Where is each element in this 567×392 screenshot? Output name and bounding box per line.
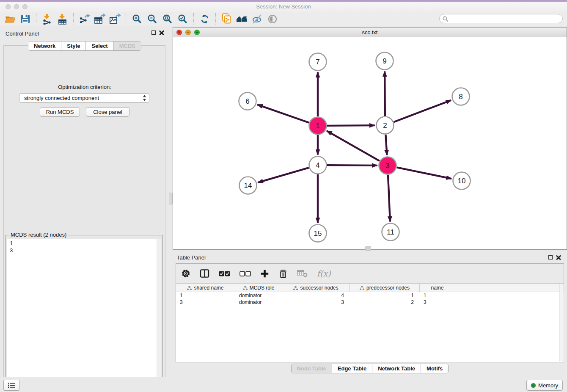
table-cell[interactable]: 1 (176, 292, 235, 299)
task-history-button[interactable] (3, 380, 19, 391)
mcds-result-text[interactable]: 1 3 (7, 239, 157, 392)
column-header-successor-nodes[interactable]: successor nodes (282, 284, 350, 292)
close-panel-button[interactable]: Close panel (86, 107, 129, 117)
delete-column-button[interactable] (278, 269, 288, 279)
svg-text:8: 8 (459, 93, 462, 101)
float-panel-icon[interactable] (151, 30, 156, 35)
select-all-button[interactable] (219, 271, 230, 276)
save-session-button[interactable] (18, 12, 33, 26)
table-panel: Table Panel (173, 252, 567, 377)
zoom-out-button[interactable] (145, 12, 160, 26)
table-tab-edge-table[interactable]: Edge Table (332, 364, 372, 373)
export-image-button[interactable] (107, 12, 123, 26)
edge-4-14[interactable] (258, 168, 309, 182)
node-15[interactable]: 15 (309, 225, 327, 242)
houses-icon (236, 14, 248, 24)
node-2[interactable]: 2 (377, 117, 394, 134)
column-header-shared-name[interactable]: shared name (176, 284, 235, 292)
float-panel-icon[interactable] (548, 255, 553, 259)
table-row[interactable]: 1dominator411 (176, 292, 564, 299)
edge-4-3[interactable] (327, 165, 377, 166)
node-7[interactable]: 7 (309, 53, 327, 71)
memory-button[interactable]: Memory (526, 380, 563, 391)
delete-table-button[interactable] (297, 269, 308, 278)
table-cell[interactable]: dominator (235, 299, 282, 306)
window-titlebar: Session: New Session (0, 2, 567, 12)
export-table-button[interactable] (92, 12, 107, 26)
window-resize-grip[interactable] (365, 246, 371, 251)
birdseye-button[interactable] (265, 12, 280, 26)
table-scrollbar[interactable] (559, 284, 563, 362)
edge-3-1[interactable] (327, 131, 380, 161)
result-scrollbar[interactable] (157, 239, 161, 392)
zoom-selected-button[interactable] (175, 12, 190, 26)
tab-network[interactable]: Network (28, 41, 61, 50)
tab-select[interactable]: Select (85, 41, 113, 50)
zoom-in-button[interactable] (129, 12, 145, 26)
tab-mcds[interactable]: MCDS (113, 41, 141, 50)
optimization-criterion-select[interactable]: strongly connected component (19, 93, 149, 103)
table-cell[interactable]: 1 (420, 292, 455, 299)
toggle-panes-button[interactable] (200, 269, 209, 278)
panel-divider-grip[interactable] (169, 193, 173, 204)
close-panel-icon[interactable] (556, 255, 561, 260)
column-header-predecessor-nodes[interactable]: predecessor nodes (350, 284, 420, 292)
edge-2-3[interactable] (385, 135, 387, 155)
node-3[interactable]: 3 (379, 157, 396, 174)
edge-3-10[interactable] (397, 167, 451, 179)
svg-text:7: 7 (316, 58, 319, 66)
edge-3-11[interactable] (388, 175, 390, 222)
table-cell[interactable]: 3 (420, 299, 455, 306)
refresh-button[interactable] (197, 12, 212, 26)
duplicate-network-button[interactable] (219, 12, 234, 26)
table-cell[interactable]: 3 (176, 299, 235, 306)
toolbar-separator (193, 13, 194, 25)
search-input[interactable] (450, 15, 562, 22)
column-header-MCDS-role[interactable]: MCDS role (235, 284, 282, 292)
open-session-button[interactable] (3, 12, 18, 26)
add-column-button[interactable] (260, 269, 269, 278)
network-window-titlebar[interactable]: × − + scc.txt (173, 28, 567, 37)
tab-style[interactable]: Style (61, 41, 85, 50)
table-tab-network-table[interactable]: Network Table (372, 364, 421, 373)
zoom-fit-button[interactable] (160, 12, 175, 26)
table-tab-motifs[interactable]: Motifs (421, 364, 448, 373)
table-settings-button[interactable] (181, 269, 190, 278)
node-1[interactable]: 1 (309, 117, 327, 135)
node-6[interactable]: 6 (239, 93, 256, 110)
table-cell[interactable]: 4 (282, 292, 350, 299)
node-10[interactable]: 10 (453, 172, 471, 190)
node-8[interactable]: 8 (452, 88, 470, 105)
export-network-button[interactable] (77, 12, 92, 26)
import-table-button[interactable] (55, 12, 70, 26)
deselect-all-button[interactable] (239, 271, 251, 276)
search-field[interactable] (439, 14, 563, 23)
node-4[interactable]: 4 (309, 157, 327, 174)
table-cell[interactable]: 1 (350, 292, 420, 299)
status-bar: Memory (0, 377, 567, 392)
node-9[interactable]: 9 (376, 52, 394, 70)
run-mcds-button[interactable]: Run MCDS (40, 107, 80, 117)
table-cell[interactable]: dominator (235, 292, 282, 299)
import-network-button[interactable] (40, 12, 55, 26)
optimization-criterion-value: strongly connected component (24, 95, 143, 101)
edge-2-9[interactable] (385, 71, 385, 116)
table-cell[interactable]: 3 (282, 299, 350, 306)
style-eye-button[interactable] (250, 12, 265, 26)
edge-1-6[interactable] (257, 105, 309, 123)
column-header-name[interactable]: name (420, 284, 455, 292)
edge-2-8[interactable] (394, 100, 451, 122)
node-11[interactable]: 11 (382, 224, 399, 241)
network-canvas[interactable]: 1234678910111415 (173, 37, 567, 249)
table-tab-node-table[interactable]: Node Table (292, 364, 332, 373)
table-cell[interactable]: 2 (350, 299, 420, 306)
table-row[interactable]: 3dominator323 (176, 299, 564, 306)
node-14[interactable]: 14 (239, 177, 257, 194)
function-builder-button[interactable]: f(x) (317, 269, 331, 278)
column-label: MCDS role (250, 285, 275, 291)
houses-button[interactable] (234, 12, 250, 26)
close-panel-icon[interactable] (159, 30, 164, 35)
zoom-in-icon (132, 14, 142, 24)
edge-1-2[interactable] (327, 125, 375, 126)
svg-text:10: 10 (458, 177, 466, 185)
